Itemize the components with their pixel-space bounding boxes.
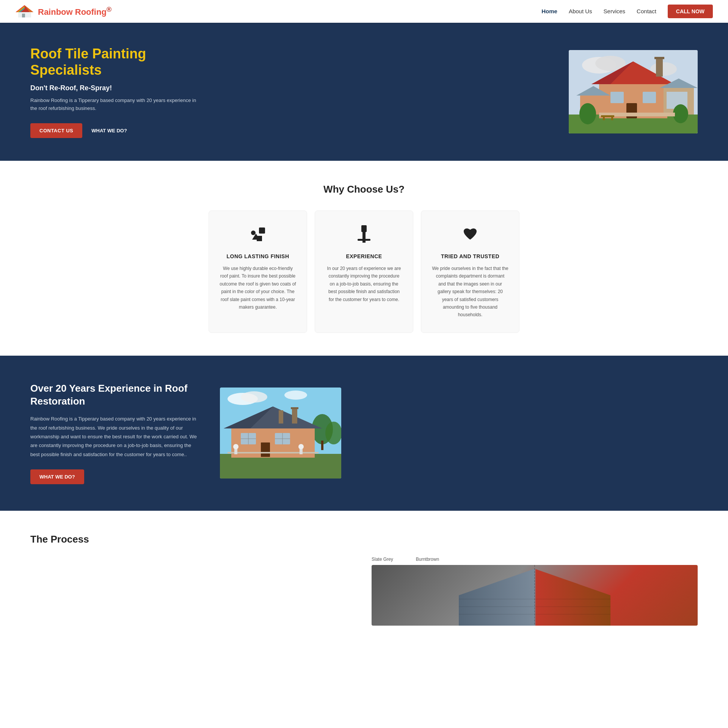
svg-rect-56: [279, 410, 283, 424]
contact-us-button[interactable]: CONTACT US: [30, 123, 82, 138]
svg-point-66: [233, 444, 238, 449]
svg-rect-54: [292, 408, 297, 424]
hero-image: [569, 50, 698, 133]
svg-point-27: [579, 103, 596, 124]
svg-rect-3: [22, 14, 25, 17]
process-content: Slate Grey Burntbrown: [30, 557, 698, 626]
svg-rect-30: [601, 115, 614, 117]
svg-rect-40: [360, 234, 362, 235]
svg-rect-24: [656, 58, 663, 77]
hero-title: Roof Tile Painting Specialists: [30, 46, 197, 78]
logo[interactable]: Rainbow Roofing®: [15, 4, 111, 19]
hero-buttons: CONTACT US WHAT WE DO?: [30, 123, 197, 138]
experience-icon: [326, 224, 402, 247]
call-now-button[interactable]: CALL NOW: [668, 5, 713, 18]
why-card-finish: LONG LASTING FINISH We use highly durabl…: [209, 210, 307, 333]
nav-services[interactable]: Services: [604, 8, 626, 14]
experience-house-image: [220, 388, 341, 479]
trusted-card-title: TRIED AND TRUSTED: [432, 253, 508, 259]
hero-house-image: [569, 50, 698, 133]
nav-home[interactable]: Home: [541, 8, 557, 14]
svg-rect-63: [261, 442, 270, 457]
svg-point-46: [284, 391, 307, 400]
why-cards: LONG LASTING FINISH We use highly durabl…: [30, 210, 698, 333]
process-title: The Process: [30, 533, 698, 545]
logo-icon: [15, 4, 34, 19]
hero-subtitle: Don't Re-Roof, Re-Spray!: [30, 84, 197, 92]
experience-title: Over 20 Years Experience in Roof Restora…: [30, 382, 197, 408]
label-burntbrown: Burntbrown: [416, 557, 439, 562]
what-we-do-button[interactable]: WHAT WE DO?: [91, 128, 127, 133]
process-section: The Process Slate Grey Burntbrown: [0, 511, 728, 641]
nav-contact[interactable]: Contact: [637, 8, 656, 14]
process-labels: Slate Grey Burntbrown: [372, 557, 698, 562]
logo-text: Rainbow Roofing®: [38, 5, 111, 17]
why-choose-section: Why Choose Us? LONG LASTING FINISH We us…: [0, 161, 728, 356]
why-card-trusted: TRIED AND TRUSTED We pride ourselves in …: [421, 210, 519, 333]
navbar: Rainbow Roofing® Home About Us Services …: [0, 0, 728, 23]
label-slate-grey: Slate Grey: [372, 557, 393, 562]
experience-card-desc: In our 20 years of experience we are con…: [326, 265, 402, 303]
svg-rect-21: [610, 92, 624, 103]
experience-content: Over 20 Years Experience in Roof Restora…: [30, 382, 197, 485]
why-card-experience: EXPERIENCE In our 20 years of experience…: [315, 210, 413, 333]
svg-point-28: [673, 104, 688, 123]
svg-point-68: [298, 444, 304, 449]
svg-rect-36: [257, 236, 262, 241]
svg-point-45: [241, 391, 267, 403]
svg-rect-33: [259, 228, 265, 234]
svg-rect-32: [611, 117, 613, 120]
hero-description: Rainbow Roofing is a Tipperary based com…: [30, 97, 197, 113]
experience-section: Over 20 Years Experience in Roof Restora…: [0, 356, 728, 511]
experience-card-title: EXPERIENCE: [326, 253, 402, 259]
svg-rect-37: [361, 225, 367, 232]
hero-content: Roof Tile Painting Specialists Don't Re-…: [30, 46, 197, 138]
why-title: Why Choose Us?: [30, 184, 698, 195]
trusted-card-desc: We pride ourselves in the fact that the …: [432, 265, 508, 319]
svg-rect-22: [643, 92, 656, 103]
svg-rect-64: [228, 452, 318, 453]
svg-point-49: [325, 422, 341, 444]
svg-rect-38: [362, 232, 366, 243]
experience-image: [220, 388, 341, 479]
svg-rect-31: [603, 117, 605, 120]
process-image-area: Slate Grey Burntbrown: [372, 557, 698, 626]
nav-links: Home About Us Services Contact CALL NOW: [541, 5, 713, 18]
process-image: [372, 565, 698, 626]
finish-icon: [220, 224, 296, 247]
finish-card-title: LONG LASTING FINISH: [220, 253, 296, 259]
svg-rect-41: [360, 237, 362, 238]
svg-rect-42: [366, 234, 368, 235]
svg-rect-39: [358, 239, 370, 241]
hero-section: Roof Tile Painting Specialists Don't Re-…: [0, 23, 728, 161]
svg-rect-25: [654, 57, 664, 59]
svg-rect-55: [291, 407, 298, 409]
finish-card-desc: We use highly durable eco-friendly roof …: [220, 265, 296, 311]
svg-rect-48: [321, 441, 323, 450]
trusted-icon: [432, 224, 508, 247]
svg-point-35: [251, 231, 256, 235]
what-we-do-exp-button[interactable]: WHAT WE DO?: [30, 469, 84, 484]
experience-description: Rainbow Roofing is a Tipperary based com…: [30, 414, 197, 459]
nav-about[interactable]: About Us: [569, 8, 592, 14]
